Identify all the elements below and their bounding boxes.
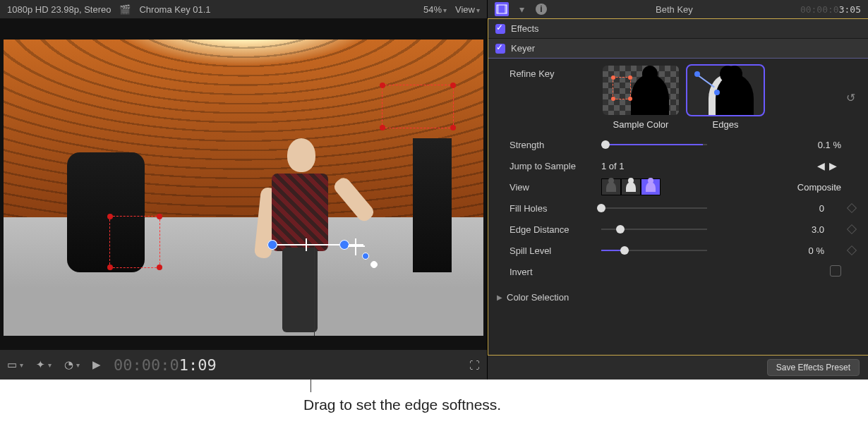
invert-checkbox[interactable] bbox=[830, 265, 841, 277]
spill-level-value[interactable]: 0 % bbox=[768, 245, 824, 256]
spill-level-slider[interactable] bbox=[601, 245, 707, 256]
zoom-menu[interactable]: 54%▾ bbox=[423, 4, 447, 15]
view-composite-button[interactable] bbox=[641, 178, 661, 195]
keyframe-icon[interactable] bbox=[847, 224, 857, 234]
sample-color-rect[interactable] bbox=[382, 85, 454, 128]
effects-section-label: Effects bbox=[511, 23, 539, 34]
refine-key-label: Refine Key bbox=[510, 66, 594, 130]
view-label: View bbox=[510, 182, 594, 193]
enhance-menu[interactable]: ✦▾ bbox=[36, 358, 52, 371]
next-sample-button[interactable]: ▶ bbox=[829, 160, 841, 171]
color-inspector-tab[interactable]: ▾ bbox=[514, 2, 529, 16]
effects-checkbox[interactable] bbox=[495, 24, 505, 34]
sample-color-rect[interactable] bbox=[109, 216, 160, 268]
info-inspector-tab[interactable]: i bbox=[534, 2, 548, 16]
strength-label: Strength bbox=[510, 140, 594, 150]
jump-to-sample-label: Jump to Sample bbox=[510, 161, 594, 171]
jump-to-sample-value: 1 of 1 bbox=[601, 161, 625, 171]
fullscreen-button[interactable]: ⛶ bbox=[469, 359, 480, 371]
callout-caption: Drag to set the edge softness. bbox=[303, 396, 501, 413]
strength-value[interactable]: 0.1 % bbox=[785, 140, 841, 150]
reset-icon[interactable]: ↺ bbox=[846, 91, 855, 104]
svg-rect-1 bbox=[497, 5, 499, 13]
invert-label: Invert bbox=[510, 267, 594, 277]
prev-sample-button[interactable]: ◀ bbox=[817, 160, 829, 171]
view-source-button[interactable] bbox=[601, 178, 621, 195]
sample-color-label: Sample Color bbox=[603, 119, 679, 130]
save-effects-preset-button[interactable]: Save Effects Preset bbox=[767, 359, 860, 376]
sample-color-tool[interactable] bbox=[603, 66, 679, 115]
play-button[interactable]: ▶ bbox=[92, 358, 101, 371]
retime-menu[interactable]: ◔▾ bbox=[64, 358, 80, 371]
viewer-timecode[interactable]: 00:00:01:09 bbox=[114, 356, 217, 374]
edges-tool[interactable] bbox=[687, 66, 764, 115]
keyer-checkbox[interactable] bbox=[495, 44, 505, 54]
clip-duration: 00:00:03:05 bbox=[800, 4, 861, 15]
keyer-section-label: Keyer bbox=[511, 43, 535, 54]
inspector-title: Beth Key bbox=[554, 4, 795, 15]
transform-menu[interactable]: ▭▾ bbox=[7, 358, 23, 371]
svg-rect-2 bbox=[505, 5, 507, 13]
edge-distance-value[interactable]: 3.0 bbox=[768, 224, 824, 235]
fill-holes-value[interactable]: 0 bbox=[768, 203, 824, 214]
view-matte-button[interactable] bbox=[621, 178, 641, 195]
clip-name[interactable]: Chroma Key 01.1 bbox=[139, 4, 210, 15]
edge-distance-slider[interactable] bbox=[601, 224, 707, 235]
keyframe-icon[interactable] bbox=[847, 203, 857, 213]
clip-format: 1080p HD 23.98p, Stereo bbox=[7, 4, 111, 15]
fill-holes-slider[interactable] bbox=[601, 202, 707, 214]
edges-control[interactable] bbox=[272, 237, 363, 265]
video-inspector-tab[interactable] bbox=[495, 2, 509, 16]
keyframe-icon[interactable] bbox=[847, 245, 857, 255]
disclosure-triangle-icon: ▶ bbox=[497, 293, 502, 301]
view-menu[interactable]: View▾ bbox=[455, 4, 480, 15]
chevron-down-icon: ▾ bbox=[443, 6, 447, 14]
spill-level-label: Spill Level bbox=[510, 245, 594, 256]
chevron-down-icon: ▾ bbox=[476, 6, 480, 14]
fill-holes-label: Fill Holes bbox=[510, 203, 594, 214]
edges-label: Edges bbox=[687, 119, 764, 130]
viewer-canvas[interactable] bbox=[4, 40, 483, 336]
edge-distance-label: Edge Distance bbox=[510, 224, 594, 235]
clapper-icon: 🎬 bbox=[119, 4, 131, 15]
color-selection-disclosure[interactable]: ▶ Color Selection bbox=[488, 288, 868, 307]
edge-softness-handle[interactable] bbox=[306, 238, 307, 251]
view-value: Composite bbox=[785, 182, 841, 193]
strength-slider[interactable] bbox=[601, 139, 707, 150]
